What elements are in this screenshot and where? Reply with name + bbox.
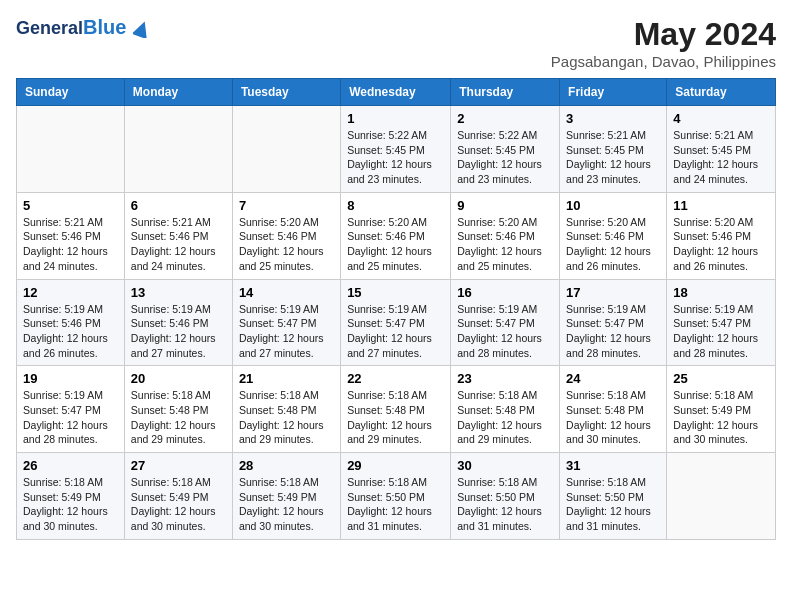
day-number: 5 (23, 198, 118, 213)
day-info: Sunrise: 5:18 AM Sunset: 5:49 PM Dayligh… (673, 388, 769, 447)
calendar-cell-w0d1 (124, 106, 232, 193)
calendar-cell-w0d4: 2Sunrise: 5:22 AM Sunset: 5:45 PM Daylig… (451, 106, 560, 193)
day-number: 1 (347, 111, 444, 126)
calendar-cell-w3d2: 21Sunrise: 5:18 AM Sunset: 5:48 PM Dayli… (232, 366, 340, 453)
calendar-cell-w1d6: 11Sunrise: 5:20 AM Sunset: 5:46 PM Dayli… (667, 192, 776, 279)
calendar-cell-w4d3: 29Sunrise: 5:18 AM Sunset: 5:50 PM Dayli… (341, 453, 451, 540)
calendar-cell-w4d5: 31Sunrise: 5:18 AM Sunset: 5:50 PM Dayli… (560, 453, 667, 540)
calendar-cell-w1d4: 9Sunrise: 5:20 AM Sunset: 5:46 PM Daylig… (451, 192, 560, 279)
logo-blue-text: Blue (83, 16, 126, 38)
day-number: 30 (457, 458, 553, 473)
day-number: 2 (457, 111, 553, 126)
calendar-cell-w2d6: 18Sunrise: 5:19 AM Sunset: 5:47 PM Dayli… (667, 279, 776, 366)
calendar-cell-w1d3: 8Sunrise: 5:20 AM Sunset: 5:46 PM Daylig… (341, 192, 451, 279)
day-info: Sunrise: 5:19 AM Sunset: 5:47 PM Dayligh… (673, 302, 769, 361)
day-number: 13 (131, 285, 226, 300)
day-number: 17 (566, 285, 660, 300)
day-number: 27 (131, 458, 226, 473)
calendar-cell-w1d2: 7Sunrise: 5:20 AM Sunset: 5:46 PM Daylig… (232, 192, 340, 279)
calendar-cell-w0d5: 3Sunrise: 5:21 AM Sunset: 5:45 PM Daylig… (560, 106, 667, 193)
day-number: 23 (457, 371, 553, 386)
day-info: Sunrise: 5:18 AM Sunset: 5:50 PM Dayligh… (457, 475, 553, 534)
calendar-cell-w3d6: 25Sunrise: 5:18 AM Sunset: 5:49 PM Dayli… (667, 366, 776, 453)
weekday-header-monday: Monday (124, 79, 232, 106)
calendar-cell-w2d0: 12Sunrise: 5:19 AM Sunset: 5:46 PM Dayli… (17, 279, 125, 366)
day-info: Sunrise: 5:20 AM Sunset: 5:46 PM Dayligh… (347, 215, 444, 274)
weekday-header-thursday: Thursday (451, 79, 560, 106)
day-number: 26 (23, 458, 118, 473)
day-info: Sunrise: 5:18 AM Sunset: 5:48 PM Dayligh… (566, 388, 660, 447)
calendar-cell-w4d2: 28Sunrise: 5:18 AM Sunset: 5:49 PM Dayli… (232, 453, 340, 540)
logo-general: GeneralBlue (16, 16, 151, 39)
day-number: 22 (347, 371, 444, 386)
day-info: Sunrise: 5:18 AM Sunset: 5:50 PM Dayligh… (566, 475, 660, 534)
calendar-cell-w1d1: 6Sunrise: 5:21 AM Sunset: 5:46 PM Daylig… (124, 192, 232, 279)
day-info: Sunrise: 5:21 AM Sunset: 5:45 PM Dayligh… (673, 128, 769, 187)
calendar-cell-w4d1: 27Sunrise: 5:18 AM Sunset: 5:49 PM Dayli… (124, 453, 232, 540)
day-info: Sunrise: 5:19 AM Sunset: 5:47 PM Dayligh… (566, 302, 660, 361)
day-info: Sunrise: 5:18 AM Sunset: 5:50 PM Dayligh… (347, 475, 444, 534)
logo-arrow-icon (133, 20, 151, 38)
day-info: Sunrise: 5:20 AM Sunset: 5:46 PM Dayligh… (239, 215, 334, 274)
calendar-cell-w0d0 (17, 106, 125, 193)
weekday-header-friday: Friday (560, 79, 667, 106)
day-info: Sunrise: 5:19 AM Sunset: 5:47 PM Dayligh… (239, 302, 334, 361)
day-info: Sunrise: 5:19 AM Sunset: 5:47 PM Dayligh… (457, 302, 553, 361)
weekday-header-wednesday: Wednesday (341, 79, 451, 106)
calendar-cell-w2d4: 16Sunrise: 5:19 AM Sunset: 5:47 PM Dayli… (451, 279, 560, 366)
day-info: Sunrise: 5:19 AM Sunset: 5:46 PM Dayligh… (131, 302, 226, 361)
calendar-cell-w3d0: 19Sunrise: 5:19 AM Sunset: 5:47 PM Dayli… (17, 366, 125, 453)
calendar-cell-w0d6: 4Sunrise: 5:21 AM Sunset: 5:45 PM Daylig… (667, 106, 776, 193)
header: GeneralBlue May 2024 Pagsabangan, Davao,… (16, 16, 776, 70)
day-number: 15 (347, 285, 444, 300)
calendar-cell-w2d1: 13Sunrise: 5:19 AM Sunset: 5:46 PM Dayli… (124, 279, 232, 366)
page-title: May 2024 (551, 16, 776, 53)
day-number: 10 (566, 198, 660, 213)
calendar-cell-w3d3: 22Sunrise: 5:18 AM Sunset: 5:48 PM Dayli… (341, 366, 451, 453)
title-area: May 2024 Pagsabangan, Davao, Philippines (551, 16, 776, 70)
day-number: 21 (239, 371, 334, 386)
calendar-cell-w4d6 (667, 453, 776, 540)
calendar-cell-w3d4: 23Sunrise: 5:18 AM Sunset: 5:48 PM Dayli… (451, 366, 560, 453)
calendar-cell-w0d3: 1Sunrise: 5:22 AM Sunset: 5:45 PM Daylig… (341, 106, 451, 193)
day-info: Sunrise: 5:20 AM Sunset: 5:46 PM Dayligh… (457, 215, 553, 274)
calendar-cell-w2d2: 14Sunrise: 5:19 AM Sunset: 5:47 PM Dayli… (232, 279, 340, 366)
day-info: Sunrise: 5:19 AM Sunset: 5:46 PM Dayligh… (23, 302, 118, 361)
day-number: 29 (347, 458, 444, 473)
day-info: Sunrise: 5:18 AM Sunset: 5:48 PM Dayligh… (457, 388, 553, 447)
day-info: Sunrise: 5:21 AM Sunset: 5:46 PM Dayligh… (23, 215, 118, 274)
day-number: 24 (566, 371, 660, 386)
day-number: 28 (239, 458, 334, 473)
day-info: Sunrise: 5:19 AM Sunset: 5:47 PM Dayligh… (23, 388, 118, 447)
day-info: Sunrise: 5:21 AM Sunset: 5:45 PM Dayligh… (566, 128, 660, 187)
day-number: 20 (131, 371, 226, 386)
calendar-cell-w4d4: 30Sunrise: 5:18 AM Sunset: 5:50 PM Dayli… (451, 453, 560, 540)
weekday-header-saturday: Saturday (667, 79, 776, 106)
day-info: Sunrise: 5:19 AM Sunset: 5:47 PM Dayligh… (347, 302, 444, 361)
day-number: 6 (131, 198, 226, 213)
day-number: 14 (239, 285, 334, 300)
day-info: Sunrise: 5:18 AM Sunset: 5:49 PM Dayligh… (239, 475, 334, 534)
day-number: 19 (23, 371, 118, 386)
calendar: SundayMondayTuesdayWednesdayThursdayFrid… (16, 78, 776, 540)
page-subtitle: Pagsabangan, Davao, Philippines (551, 53, 776, 70)
calendar-cell-w2d3: 15Sunrise: 5:19 AM Sunset: 5:47 PM Dayli… (341, 279, 451, 366)
calendar-cell-w1d0: 5Sunrise: 5:21 AM Sunset: 5:46 PM Daylig… (17, 192, 125, 279)
day-number: 12 (23, 285, 118, 300)
day-info: Sunrise: 5:18 AM Sunset: 5:49 PM Dayligh… (131, 475, 226, 534)
calendar-cell-w0d2 (232, 106, 340, 193)
day-number: 25 (673, 371, 769, 386)
day-info: Sunrise: 5:22 AM Sunset: 5:45 PM Dayligh… (347, 128, 444, 187)
day-info: Sunrise: 5:22 AM Sunset: 5:45 PM Dayligh… (457, 128, 553, 187)
day-number: 16 (457, 285, 553, 300)
calendar-cell-w1d5: 10Sunrise: 5:20 AM Sunset: 5:46 PM Dayli… (560, 192, 667, 279)
logo: GeneralBlue (16, 16, 151, 39)
day-number: 11 (673, 198, 769, 213)
day-info: Sunrise: 5:18 AM Sunset: 5:48 PM Dayligh… (239, 388, 334, 447)
day-number: 18 (673, 285, 769, 300)
day-info: Sunrise: 5:21 AM Sunset: 5:46 PM Dayligh… (131, 215, 226, 274)
day-info: Sunrise: 5:20 AM Sunset: 5:46 PM Dayligh… (566, 215, 660, 274)
day-info: Sunrise: 5:20 AM Sunset: 5:46 PM Dayligh… (673, 215, 769, 274)
day-info: Sunrise: 5:18 AM Sunset: 5:48 PM Dayligh… (131, 388, 226, 447)
day-info: Sunrise: 5:18 AM Sunset: 5:49 PM Dayligh… (23, 475, 118, 534)
